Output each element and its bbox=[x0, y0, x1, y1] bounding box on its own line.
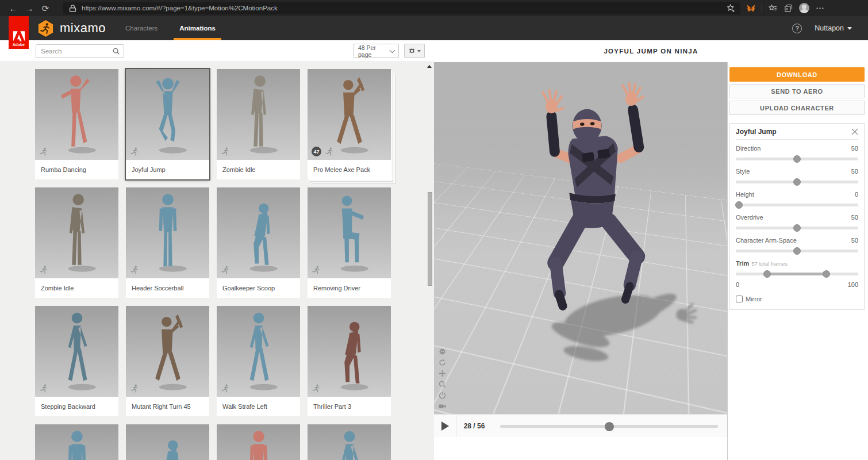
animation-card-title: Pro Melee Axe Pack bbox=[308, 160, 391, 179]
animation-card[interactable]: Thriller Part 3 bbox=[308, 306, 391, 416]
slider-thumb[interactable] bbox=[793, 155, 801, 163]
animation-card[interactable]: Goalkeeper Scoop bbox=[217, 187, 300, 298]
slider-thumb[interactable] bbox=[793, 224, 801, 232]
back-icon[interactable]: ← bbox=[8, 4, 18, 13]
overdrive-slider[interactable] bbox=[736, 224, 858, 232]
animation-card[interactable]: Zombie Idle bbox=[35, 187, 118, 298]
search-icon[interactable] bbox=[112, 47, 120, 55]
username: Nuttapon bbox=[815, 24, 844, 32]
animation-card[interactable] bbox=[308, 424, 391, 460]
character-figure bbox=[58, 192, 96, 274]
3d-viewport[interactable] bbox=[434, 62, 727, 414]
slider-group-overdrive: Overdrive50 bbox=[736, 214, 858, 232]
animation-card[interactable] bbox=[35, 424, 118, 460]
trim-start-thumb[interactable] bbox=[763, 270, 771, 278]
character-figure bbox=[240, 192, 278, 274]
mirror-checkbox[interactable] bbox=[736, 296, 743, 302]
motion-type-icon bbox=[221, 265, 231, 275]
animation-card-title: Stepping Backward bbox=[35, 397, 118, 416]
refresh-icon[interactable]: ⟳ bbox=[40, 4, 51, 13]
animation-thumbnail bbox=[35, 187, 118, 278]
animation-card[interactable]: Removing Driver bbox=[308, 187, 391, 298]
character-figure bbox=[240, 429, 278, 460]
mixamo-logo[interactable]: mixamo bbox=[37, 19, 106, 38]
ninja-character bbox=[434, 62, 727, 414]
trim-max-label: 100 bbox=[848, 281, 858, 288]
character-focus-icon[interactable] bbox=[438, 347, 447, 356]
slider-group-direction: Direction50 bbox=[736, 145, 858, 163]
tab-characters[interactable]: Characters bbox=[122, 16, 161, 40]
character-figure bbox=[58, 310, 96, 392]
upload-character-button[interactable]: UPLOAD CHARACTER bbox=[729, 101, 865, 115]
character-figure bbox=[240, 310, 278, 392]
profile-avatar[interactable] bbox=[799, 3, 809, 13]
metamask-extension-icon[interactable] bbox=[746, 3, 756, 13]
animation-card[interactable]: Zombie Idle bbox=[217, 69, 300, 179]
animation-pack-card[interactable]: 47 Pro Melee Axe Pack bbox=[308, 69, 391, 179]
browser-chrome: ← → ⟳ https://www.mixamo.com/#/?page=1&t… bbox=[0, 0, 868, 16]
slider-thumb[interactable] bbox=[793, 247, 801, 255]
address-bar[interactable]: https://www.mixamo.com/#/?page=1&type=Mo… bbox=[63, 2, 740, 14]
mixamo-wordmark: mixamo bbox=[60, 21, 106, 36]
chevron-down-icon bbox=[390, 47, 395, 53]
slider-group-height: Height0 bbox=[736, 191, 858, 209]
play-button[interactable] bbox=[434, 421, 456, 431]
primary-nav: Characters Animations bbox=[122, 16, 219, 40]
search-box[interactable] bbox=[36, 44, 124, 58]
character-figure bbox=[149, 429, 187, 460]
animation-card[interactable]: Stepping Backward bbox=[35, 306, 118, 416]
pan-icon[interactable] bbox=[438, 369, 447, 378]
animation-card[interactable]: Header Soccerball bbox=[126, 187, 209, 298]
animation-card[interactable]: Walk Strafe Left bbox=[217, 306, 300, 416]
collections-icon[interactable] bbox=[783, 3, 793, 13]
settings-button[interactable] bbox=[404, 44, 425, 58]
favorites-icon[interactable] bbox=[768, 3, 778, 13]
animation-card-selected[interactable]: Joyful Jump bbox=[126, 69, 209, 179]
slider-thumb[interactable] bbox=[793, 178, 801, 186]
help-icon[interactable]: ? bbox=[792, 24, 802, 33]
scroll-up-arrow[interactable] bbox=[427, 65, 432, 68]
character-figure bbox=[58, 74, 96, 155]
animation-card-title: Walk Strafe Left bbox=[217, 397, 300, 416]
mirror-toggle[interactable]: Mirror bbox=[736, 296, 858, 302]
motion-type-icon bbox=[130, 147, 140, 156]
zoom-icon[interactable] bbox=[438, 380, 447, 389]
arm-space-slider[interactable] bbox=[736, 247, 858, 255]
orbit-icon[interactable] bbox=[438, 358, 447, 367]
character-figure bbox=[149, 74, 187, 155]
send-to-aero-button[interactable]: SEND TO AERO bbox=[729, 84, 865, 98]
user-menu[interactable]: Nuttapon bbox=[815, 24, 852, 32]
animation-card-title: Rumba Dancing bbox=[35, 160, 118, 179]
per-page-select[interactable]: 48 Per page bbox=[354, 44, 399, 58]
tab-animations[interactable]: Animations bbox=[176, 16, 219, 40]
trim-range-slider[interactable] bbox=[736, 270, 858, 278]
browser-menu-icon[interactable] bbox=[815, 3, 825, 13]
animation-card-title: Thriller Part 3 bbox=[308, 397, 391, 416]
animation-card[interactable] bbox=[217, 424, 300, 460]
scrollbar-thumb[interactable] bbox=[428, 192, 432, 286]
animation-card[interactable]: Rumba Dancing bbox=[35, 69, 118, 179]
animation-thumbnail bbox=[126, 306, 209, 397]
motion-type-icon bbox=[130, 265, 140, 275]
download-button[interactable]: DOWNLOAD bbox=[729, 67, 865, 82]
close-icon[interactable] bbox=[851, 128, 858, 135]
adobe-logo[interactable]: Adobe bbox=[9, 16, 29, 49]
character-figure bbox=[331, 192, 368, 274]
search-input[interactable] bbox=[41, 48, 112, 55]
trim-end-thumb[interactable] bbox=[823, 270, 830, 278]
direction-slider[interactable] bbox=[736, 155, 858, 163]
forward-icon[interactable]: → bbox=[24, 4, 34, 13]
style-slider[interactable] bbox=[736, 178, 858, 186]
animation-card[interactable] bbox=[126, 424, 209, 460]
add-favorite-icon[interactable] bbox=[726, 3, 736, 13]
animation-thumbnail bbox=[217, 306, 300, 397]
height-slider[interactable] bbox=[736, 201, 858, 209]
slider-thumb[interactable] bbox=[735, 201, 743, 209]
animation-card[interactable]: Mutant Right Turn 45 bbox=[126, 306, 209, 416]
timeline-thumb[interactable] bbox=[605, 422, 614, 431]
reset-camera-icon[interactable] bbox=[438, 391, 447, 400]
timeline-scrubber[interactable] bbox=[500, 420, 718, 432]
camera-icon[interactable] bbox=[438, 402, 447, 411]
mixamo-hexagon-icon bbox=[37, 19, 55, 38]
pack-count-badge: 47 bbox=[312, 147, 321, 156]
